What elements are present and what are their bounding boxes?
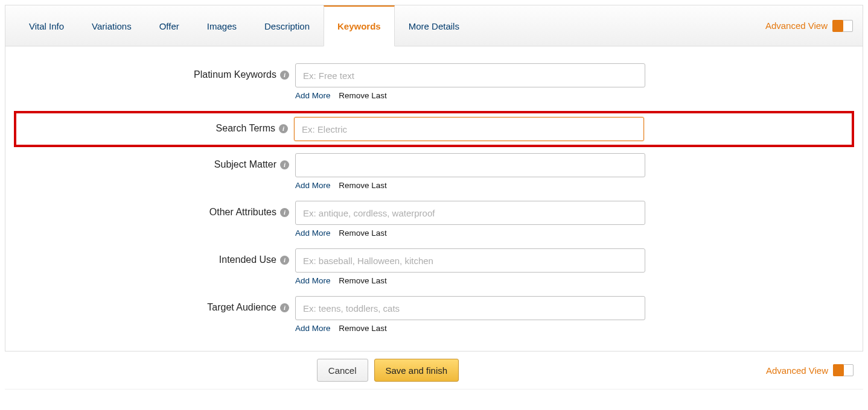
tab-variations[interactable]: Variations — [78, 5, 145, 46]
tab-description[interactable]: Description — [251, 5, 324, 46]
label-intended-use: Intended Use i — [18, 248, 295, 265]
platinum-links: Add More Remove Last — [295, 91, 645, 100]
label-target-audience: Target Audience i — [18, 296, 295, 313]
tab-images[interactable]: Images — [193, 5, 251, 46]
add-more-link[interactable]: Add More — [295, 276, 331, 285]
advanced-view-control-footer: Advanced View — [766, 364, 858, 376]
label-text: Target Audience — [207, 302, 276, 313]
remove-last-link[interactable]: Remove Last — [339, 324, 387, 333]
info-icon[interactable]: i — [280, 71, 289, 80]
audience-links: Add More Remove Last — [295, 324, 645, 333]
add-more-link[interactable]: Add More — [295, 181, 331, 190]
advanced-view-label: Advanced View — [766, 365, 828, 376]
save-and-finish-button[interactable]: Save and finish — [374, 359, 459, 382]
cancel-button[interactable]: Cancel — [317, 359, 368, 382]
row-subject-matter: Subject Matter i Add More Remove Last — [18, 153, 850, 198]
remove-last-link[interactable]: Remove Last — [339, 276, 387, 285]
label-text: Search Terms — [216, 123, 275, 134]
footer: Cancel Save and finish Advanced View — [5, 352, 863, 390]
tab-keywords[interactable]: Keywords — [324, 5, 395, 46]
label-text: Subject Matter — [214, 159, 276, 170]
label-text: Intended Use — [219, 254, 276, 265]
subject-matter-input[interactable] — [295, 153, 645, 177]
add-more-link[interactable]: Add More — [295, 229, 331, 238]
row-search-terms: Search Terms i — [14, 111, 854, 147]
label-text: Other Attributes — [209, 207, 276, 218]
info-icon[interactable]: i — [280, 256, 289, 265]
add-more-link[interactable]: Add More — [295, 91, 331, 100]
label-subject-matter: Subject Matter i — [18, 153, 295, 170]
label-search-terms: Search Terms i — [16, 117, 294, 134]
tabbar: Vital Info Variations Offer Images Descr… — [5, 5, 863, 46]
advanced-view-label: Advanced View — [765, 20, 828, 31]
label-platinum-keywords: Platinum Keywords i — [18, 63, 295, 80]
tab-vital-info[interactable]: Vital Info — [15, 5, 78, 46]
add-more-link[interactable]: Add More — [295, 324, 331, 333]
subject-links: Add More Remove Last — [295, 181, 645, 190]
tab-panel: Vital Info Variations Offer Images Descr… — [5, 5, 863, 352]
tab-offer[interactable]: Offer — [145, 5, 193, 46]
use-links: Add More Remove Last — [295, 276, 645, 285]
row-target-audience: Target Audience i Add More Remove Last — [18, 296, 850, 341]
target-audience-input[interactable] — [295, 296, 645, 320]
info-icon[interactable]: i — [279, 124, 288, 133]
advanced-view-toggle[interactable] — [832, 20, 853, 32]
info-icon[interactable]: i — [280, 160, 289, 169]
row-other-attributes: Other Attributes i Add More Remove Last — [18, 201, 850, 246]
keywords-form: Platinum Keywords i Add More Remove Last… — [5, 46, 863, 351]
tab-more-details[interactable]: More Details — [395, 5, 473, 46]
remove-last-link[interactable]: Remove Last — [339, 229, 387, 238]
remove-last-link[interactable]: Remove Last — [339, 181, 387, 190]
remove-last-link[interactable]: Remove Last — [339, 91, 387, 100]
other-attributes-input[interactable] — [295, 201, 645, 225]
info-icon[interactable]: i — [280, 208, 289, 217]
platinum-keywords-input[interactable] — [295, 63, 645, 87]
other-links: Add More Remove Last — [295, 229, 645, 238]
advanced-view-control: Advanced View — [765, 5, 858, 46]
search-terms-input[interactable] — [294, 117, 644, 141]
advanced-view-toggle[interactable] — [833, 364, 854, 376]
row-intended-use: Intended Use i Add More Remove Last — [18, 248, 850, 294]
info-icon[interactable]: i — [280, 303, 289, 312]
label-text: Platinum Keywords — [194, 69, 276, 80]
intended-use-input[interactable] — [295, 248, 645, 273]
row-platinum-keywords: Platinum Keywords i Add More Remove Last — [18, 63, 850, 109]
label-other-attributes: Other Attributes i — [18, 201, 295, 218]
